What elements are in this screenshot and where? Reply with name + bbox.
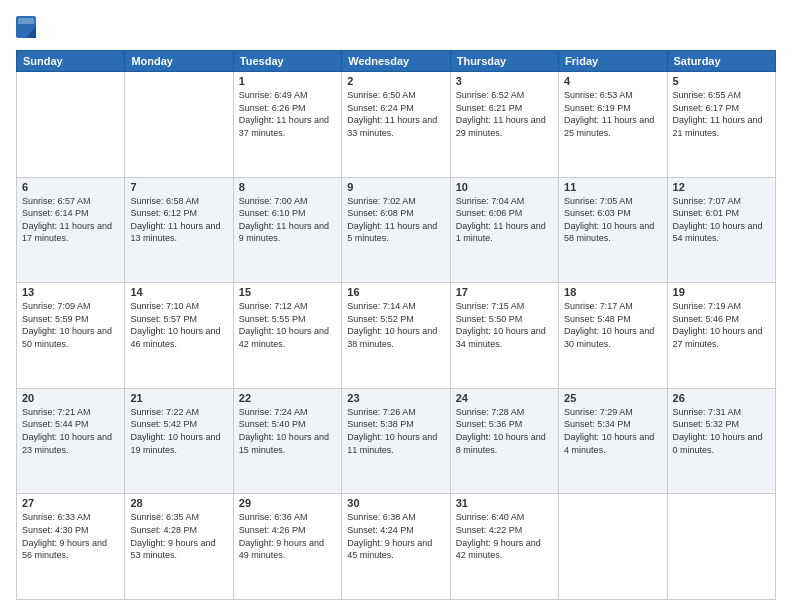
day-info: Sunrise: 6:33 AMSunset: 4:30 PMDaylight:… — [22, 511, 119, 561]
weekday-header-saturday: Saturday — [667, 51, 775, 72]
day-number: 22 — [239, 392, 336, 404]
weekday-header-sunday: Sunday — [17, 51, 125, 72]
day-number: 2 — [347, 75, 444, 87]
calendar-cell: 28Sunrise: 6:35 AMSunset: 4:28 PMDayligh… — [125, 494, 233, 600]
day-info: Sunrise: 6:57 AMSunset: 6:14 PMDaylight:… — [22, 195, 119, 245]
weekday-header-monday: Monday — [125, 51, 233, 72]
weekday-header-row: SundayMondayTuesdayWednesdayThursdayFrid… — [17, 51, 776, 72]
weekday-header-tuesday: Tuesday — [233, 51, 341, 72]
calendar-cell: 7Sunrise: 6:58 AMSunset: 6:12 PMDaylight… — [125, 177, 233, 283]
day-number: 6 — [22, 181, 119, 193]
calendar-cell: 31Sunrise: 6:40 AMSunset: 4:22 PMDayligh… — [450, 494, 558, 600]
calendar-cell: 15Sunrise: 7:12 AMSunset: 5:55 PMDayligh… — [233, 283, 341, 389]
day-number: 20 — [22, 392, 119, 404]
day-number: 24 — [456, 392, 553, 404]
day-number: 5 — [673, 75, 770, 87]
calendar-cell: 2Sunrise: 6:50 AMSunset: 6:24 PMDaylight… — [342, 72, 450, 178]
day-info: Sunrise: 7:02 AMSunset: 6:08 PMDaylight:… — [347, 195, 444, 245]
calendar-cell: 14Sunrise: 7:10 AMSunset: 5:57 PMDayligh… — [125, 283, 233, 389]
day-info: Sunrise: 7:07 AMSunset: 6:01 PMDaylight:… — [673, 195, 770, 245]
calendar-cell — [667, 494, 775, 600]
calendar-week-row: 20Sunrise: 7:21 AMSunset: 5:44 PMDayligh… — [17, 388, 776, 494]
day-info: Sunrise: 7:24 AMSunset: 5:40 PMDaylight:… — [239, 406, 336, 456]
calendar-cell: 21Sunrise: 7:22 AMSunset: 5:42 PMDayligh… — [125, 388, 233, 494]
day-info: Sunrise: 6:55 AMSunset: 6:17 PMDaylight:… — [673, 89, 770, 139]
header — [16, 12, 776, 46]
weekday-header-thursday: Thursday — [450, 51, 558, 72]
day-info: Sunrise: 6:52 AMSunset: 6:21 PMDaylight:… — [456, 89, 553, 139]
calendar-cell: 13Sunrise: 7:09 AMSunset: 5:59 PMDayligh… — [17, 283, 125, 389]
calendar-week-row: 13Sunrise: 7:09 AMSunset: 5:59 PMDayligh… — [17, 283, 776, 389]
day-number: 4 — [564, 75, 661, 87]
calendar-cell: 16Sunrise: 7:14 AMSunset: 5:52 PMDayligh… — [342, 283, 450, 389]
day-info: Sunrise: 7:00 AMSunset: 6:10 PMDaylight:… — [239, 195, 336, 245]
calendar-week-row: 27Sunrise: 6:33 AMSunset: 4:30 PMDayligh… — [17, 494, 776, 600]
day-number: 16 — [347, 286, 444, 298]
calendar-cell: 3Sunrise: 6:52 AMSunset: 6:21 PMDaylight… — [450, 72, 558, 178]
calendar-cell: 17Sunrise: 7:15 AMSunset: 5:50 PMDayligh… — [450, 283, 558, 389]
day-number: 10 — [456, 181, 553, 193]
day-info: Sunrise: 7:21 AMSunset: 5:44 PMDaylight:… — [22, 406, 119, 456]
day-number: 27 — [22, 497, 119, 509]
day-number: 13 — [22, 286, 119, 298]
day-info: Sunrise: 7:29 AMSunset: 5:34 PMDaylight:… — [564, 406, 661, 456]
day-number: 8 — [239, 181, 336, 193]
day-number: 17 — [456, 286, 553, 298]
weekday-header-friday: Friday — [559, 51, 667, 72]
day-info: Sunrise: 7:14 AMSunset: 5:52 PMDaylight:… — [347, 300, 444, 350]
day-number: 11 — [564, 181, 661, 193]
calendar-cell: 18Sunrise: 7:17 AMSunset: 5:48 PMDayligh… — [559, 283, 667, 389]
day-number: 15 — [239, 286, 336, 298]
day-number: 30 — [347, 497, 444, 509]
page: SundayMondayTuesdayWednesdayThursdayFrid… — [0, 0, 792, 612]
calendar-cell: 20Sunrise: 7:21 AMSunset: 5:44 PMDayligh… — [17, 388, 125, 494]
calendar-cell: 23Sunrise: 7:26 AMSunset: 5:38 PMDayligh… — [342, 388, 450, 494]
day-info: Sunrise: 6:50 AMSunset: 6:24 PMDaylight:… — [347, 89, 444, 139]
calendar-cell: 22Sunrise: 7:24 AMSunset: 5:40 PMDayligh… — [233, 388, 341, 494]
day-number: 29 — [239, 497, 336, 509]
day-number: 7 — [130, 181, 227, 193]
calendar-cell: 19Sunrise: 7:19 AMSunset: 5:46 PMDayligh… — [667, 283, 775, 389]
day-info: Sunrise: 6:53 AMSunset: 6:19 PMDaylight:… — [564, 89, 661, 139]
day-number: 14 — [130, 286, 227, 298]
calendar-week-row: 1Sunrise: 6:49 AMSunset: 6:26 PMDaylight… — [17, 72, 776, 178]
calendar-cell: 29Sunrise: 6:36 AMSunset: 4:26 PMDayligh… — [233, 494, 341, 600]
weekday-header-wednesday: Wednesday — [342, 51, 450, 72]
calendar-table: SundayMondayTuesdayWednesdayThursdayFrid… — [16, 50, 776, 600]
day-info: Sunrise: 7:12 AMSunset: 5:55 PMDaylight:… — [239, 300, 336, 350]
calendar-cell: 30Sunrise: 6:38 AMSunset: 4:24 PMDayligh… — [342, 494, 450, 600]
day-info: Sunrise: 7:10 AMSunset: 5:57 PMDaylight:… — [130, 300, 227, 350]
day-number: 1 — [239, 75, 336, 87]
day-info: Sunrise: 7:26 AMSunset: 5:38 PMDaylight:… — [347, 406, 444, 456]
calendar-cell: 9Sunrise: 7:02 AMSunset: 6:08 PMDaylight… — [342, 177, 450, 283]
day-number: 26 — [673, 392, 770, 404]
day-number: 21 — [130, 392, 227, 404]
calendar-cell: 11Sunrise: 7:05 AMSunset: 6:03 PMDayligh… — [559, 177, 667, 283]
day-info: Sunrise: 6:36 AMSunset: 4:26 PMDaylight:… — [239, 511, 336, 561]
day-number: 12 — [673, 181, 770, 193]
day-info: Sunrise: 7:05 AMSunset: 6:03 PMDaylight:… — [564, 195, 661, 245]
day-number: 3 — [456, 75, 553, 87]
calendar-cell: 1Sunrise: 6:49 AMSunset: 6:26 PMDaylight… — [233, 72, 341, 178]
calendar-cell — [125, 72, 233, 178]
day-info: Sunrise: 7:17 AMSunset: 5:48 PMDaylight:… — [564, 300, 661, 350]
calendar-cell: 25Sunrise: 7:29 AMSunset: 5:34 PMDayligh… — [559, 388, 667, 494]
day-number: 23 — [347, 392, 444, 404]
day-info: Sunrise: 7:22 AMSunset: 5:42 PMDaylight:… — [130, 406, 227, 456]
calendar-cell: 12Sunrise: 7:07 AMSunset: 6:01 PMDayligh… — [667, 177, 775, 283]
calendar-week-row: 6Sunrise: 6:57 AMSunset: 6:14 PMDaylight… — [17, 177, 776, 283]
day-info: Sunrise: 7:15 AMSunset: 5:50 PMDaylight:… — [456, 300, 553, 350]
day-number: 9 — [347, 181, 444, 193]
day-number: 25 — [564, 392, 661, 404]
calendar-cell: 26Sunrise: 7:31 AMSunset: 5:32 PMDayligh… — [667, 388, 775, 494]
calendar-cell: 8Sunrise: 7:00 AMSunset: 6:10 PMDaylight… — [233, 177, 341, 283]
svg-rect-2 — [18, 18, 34, 24]
calendar-cell: 4Sunrise: 6:53 AMSunset: 6:19 PMDaylight… — [559, 72, 667, 178]
logo — [16, 16, 38, 46]
calendar-cell: 10Sunrise: 7:04 AMSunset: 6:06 PMDayligh… — [450, 177, 558, 283]
calendar-cell: 6Sunrise: 6:57 AMSunset: 6:14 PMDaylight… — [17, 177, 125, 283]
day-info: Sunrise: 7:09 AMSunset: 5:59 PMDaylight:… — [22, 300, 119, 350]
day-info: Sunrise: 6:38 AMSunset: 4:24 PMDaylight:… — [347, 511, 444, 561]
calendar-cell: 5Sunrise: 6:55 AMSunset: 6:17 PMDaylight… — [667, 72, 775, 178]
day-info: Sunrise: 6:58 AMSunset: 6:12 PMDaylight:… — [130, 195, 227, 245]
